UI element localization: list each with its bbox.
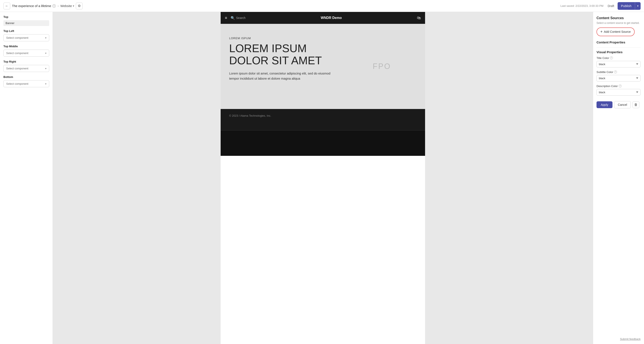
- search-icon: 🔍: [231, 16, 235, 20]
- banner-chip: Banner: [4, 20, 49, 26]
- publish-arrow-icon[interactable]: ▾: [635, 2, 640, 10]
- right-panel: Content Sources Select a content source …: [593, 12, 644, 344]
- preview-footer: © 2023 / Atama Technologies, Inc.: [221, 109, 425, 130]
- cart-icon: 🛍: [417, 16, 421, 20]
- preview-footer-bottom: [221, 130, 425, 156]
- divider-1: [596, 47, 640, 48]
- publish-label[interactable]: Publish: [618, 2, 635, 10]
- content-sources-subtitle: Select a content source to get started.: [596, 21, 640, 25]
- description-color-row: Description Color ? black white gray: [596, 84, 640, 96]
- publish-button[interactable]: Publish ▾: [618, 2, 640, 10]
- main-layout: Top Banner Top Left Select component ▾ T…: [0, 12, 644, 344]
- top-bar: ← The experience of a lifetime ℹ › Websi…: [0, 0, 644, 12]
- title-color-help-icon[interactable]: ?: [610, 56, 613, 59]
- subtitle-color-label: Subtitle Color ?: [596, 70, 640, 74]
- hero-subtitle: LOREM ISPUM: [229, 37, 416, 40]
- top-middle-section-label: Top Middle: [4, 45, 49, 48]
- top-left-section-label: Top Left: [4, 29, 49, 32]
- visual-properties-title: Visual Properties: [596, 50, 640, 54]
- title-color-label: Title Color ?: [596, 56, 640, 60]
- content-properties-title: Content Properties: [596, 40, 640, 44]
- submit-feedback-button[interactable]: Submit feedback: [620, 338, 640, 341]
- content-sources-title: Content Sources: [596, 16, 640, 20]
- title-color-select[interactable]: black white gray: [596, 61, 640, 67]
- left-panel: Top Banner Top Left Select component ▾ T…: [0, 12, 53, 344]
- bottom-select[interactable]: Select component ▾: [4, 80, 49, 87]
- subtitle-color-help-icon[interactable]: ?: [614, 70, 617, 73]
- add-source-label: Add Content Source: [604, 30, 631, 33]
- top-right-select[interactable]: Select component ▾: [4, 65, 49, 72]
- top-left-placeholder: Select component: [6, 36, 28, 39]
- subtitle-color-row: Subtitle Color ? black white gray: [596, 70, 640, 81]
- top-middle-chevron-icon: ▾: [45, 52, 46, 55]
- preview-hero: LOREM ISPUM LOREM IPSUM DOLOR SIT AMET L…: [221, 24, 425, 109]
- nav-search-placeholder: Search: [236, 16, 246, 19]
- nav-search: 🔍 Search: [231, 16, 246, 20]
- bottom-section-label: Bottom: [4, 75, 49, 78]
- panel-actions: Apply Cancel 🗑: [596, 101, 640, 108]
- hero-title: LOREM IPSUM DOLOR SIT AMET: [229, 42, 336, 67]
- back-button[interactable]: ←: [4, 2, 10, 9]
- subtitle-color-select[interactable]: black white gray: [596, 75, 640, 81]
- delete-button[interactable]: 🗑: [632, 101, 639, 108]
- apply-button[interactable]: Apply: [596, 101, 612, 108]
- draft-status: Draft: [608, 4, 614, 8]
- top-right-section-label: Top Right: [4, 60, 49, 63]
- preview-frame: ≡ 🔍 Search WNDR Demo 🛍 LOREM ISPUM LOREM…: [221, 12, 425, 344]
- footer-copyright: © 2023 / Atama Technologies, Inc.: [229, 114, 416, 117]
- top-section-label: Top: [4, 15, 49, 18]
- breadcrumb-title: The experience of a lifetime ℹ: [12, 4, 56, 8]
- bottom-placeholder: Select component: [6, 82, 28, 85]
- title-color-row: Title Color ? black white gray: [596, 56, 640, 67]
- top-middle-placeholder: Select component: [6, 51, 28, 55]
- breadcrumb-arrow-icon: ›: [58, 4, 58, 8]
- nav-title: WNDR Demo: [249, 16, 414, 20]
- top-right-chevron-icon: ▾: [45, 67, 46, 70]
- add-content-source-button[interactable]: + Add Content Source: [596, 27, 635, 36]
- description-color-label: Description Color ?: [596, 84, 640, 88]
- bottom-chevron-icon: ▾: [45, 82, 46, 85]
- fpo-watermark: FPO: [373, 62, 391, 71]
- last-saved-label: Last saved: 2/22/2023, 3:00:33 PM: [560, 4, 604, 7]
- website-chevron-icon: ▾: [73, 4, 74, 7]
- cancel-button[interactable]: Cancel: [614, 101, 631, 108]
- top-left-chevron-icon: ▾: [45, 36, 46, 39]
- top-left-select[interactable]: Select component ▾: [4, 34, 49, 41]
- website-label: Website: [60, 4, 72, 8]
- info-icon[interactable]: ℹ: [52, 4, 56, 8]
- hamburger-icon: ≡: [225, 16, 227, 20]
- description-color-select[interactable]: black white gray: [596, 89, 640, 96]
- top-right-placeholder: Select component: [6, 67, 28, 70]
- page-title: The experience of a lifetime: [12, 4, 51, 8]
- hero-description: Lorem ipsum dolor sit amet, consectetur …: [229, 71, 336, 81]
- website-breadcrumb[interactable]: Website ▾: [60, 4, 74, 8]
- preview-nav: ≡ 🔍 Search WNDR Demo 🛍: [221, 12, 425, 24]
- description-color-help-icon[interactable]: ?: [619, 84, 622, 87]
- center-preview: ≡ 🔍 Search WNDR Demo 🛍 LOREM ISPUM LOREM…: [53, 12, 593, 344]
- top-middle-select[interactable]: Select component ▾: [4, 50, 49, 57]
- settings-button[interactable]: ⚙: [76, 2, 83, 9]
- add-source-plus-icon: +: [600, 29, 603, 34]
